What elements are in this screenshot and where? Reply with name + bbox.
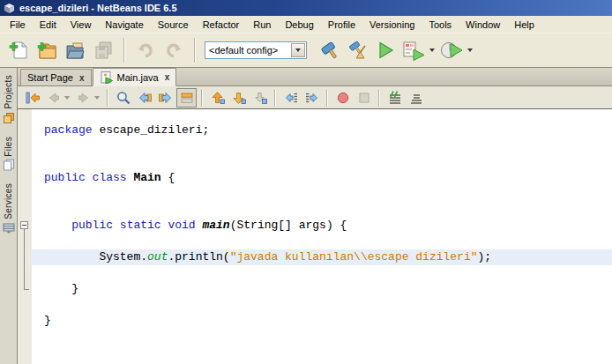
chevron-down-icon [467,48,473,52]
menu-file[interactable]: File [3,17,33,33]
menu-debug[interactable]: Debug [278,17,320,33]
tab-label: Main.java [117,72,159,83]
redo-button[interactable] [160,37,187,63]
forward-button[interactable] [73,88,93,108]
profile-project-dropdown-button[interactable] [466,48,474,52]
record-icon [335,90,351,106]
sidebar-tab-projects[interactable]: Projects [3,75,15,124]
left-panel-tab-strip: ProjectsFilesServices [0,68,18,364]
tab-label: Start Page [27,72,73,83]
undo-button[interactable] [132,37,159,63]
start-macro-recording-button[interactable] [332,88,353,108]
undo-icon [135,40,156,61]
menu-window[interactable]: Window [459,17,507,33]
code-line-9[interactable]: System.out.println("javada kullanılan\\e… [32,249,612,265]
projects-icon [3,112,15,124]
new-project-button[interactable] [34,37,60,63]
find-next-occurrence-button[interactable] [155,88,175,108]
main-area: ProjectsFilesServices Start PagexMain.ja… [0,68,612,364]
fold-gutter[interactable] [18,109,32,364]
nav-forward-icon [76,90,92,106]
menu-refactor[interactable]: Refactor [196,17,247,33]
code-token: public static void [71,219,195,232]
main-toolbar: <default config> [0,33,612,68]
run-project-button[interactable] [372,37,399,63]
build-project-button[interactable] [316,37,342,63]
comment-button[interactable] [384,88,405,108]
code-token: public class [44,171,127,184]
code-line-10[interactable] [32,265,612,281]
title-bar: escape_dizileri - NetBeans IDE 6.5 [0,0,612,16]
shift-left-icon [283,90,299,106]
new-file-icon [8,40,29,61]
fold-guide-line [24,229,25,289]
code-line-1[interactable]: package escape_dizileri; [32,123,612,138]
forward-dropdown-button[interactable] [94,96,102,100]
chevron-down-icon [429,48,435,52]
code-token: escape_dizileri; [93,123,210,137]
code-line-7[interactable]: public static void main(String[] args) { [32,218,612,234]
menu-navigate[interactable]: Navigate [98,17,150,33]
back-button[interactable] [43,88,63,108]
toggle-bookmark-button[interactable] [250,88,270,108]
tab-close-button[interactable]: x [78,73,85,83]
new-file-button[interactable] [5,37,32,63]
code-line-11[interactable]: } [32,281,612,297]
menu-edit[interactable]: Edit [33,17,63,33]
debug-project-dropdown-button[interactable] [429,48,437,52]
code-line-2[interactable] [32,138,612,154]
debug-project-button[interactable] [400,37,427,63]
code-token: { [161,171,175,184]
chevron-down-icon [295,48,301,52]
last-edit-icon [25,90,41,106]
shift-right-icon [304,90,320,106]
code-line-4[interactable]: public class Main { [32,170,612,186]
tab-main-java[interactable]: Main.javax [93,68,177,86]
code-line-12[interactable] [32,297,612,313]
code-line-5[interactable] [32,186,612,202]
save-all-button[interactable] [90,37,116,63]
menu-source[interactable]: Source [151,17,196,33]
menu-help[interactable]: Help [507,17,541,33]
previous-bookmark-button[interactable] [207,88,228,108]
editor-toolbar [18,86,612,109]
profile-project-button[interactable] [438,37,465,63]
services-icon [3,222,15,234]
shift-line-right-button[interactable] [302,88,322,108]
back-dropdown-button[interactable] [64,96,72,100]
code-line-13[interactable]: } [32,313,612,329]
sidebar-tab-files[interactable]: Files [3,137,15,172]
code-line-8[interactable] [32,234,612,249]
chevron-down-icon [64,96,70,100]
clean-build-project-button[interactable] [344,37,370,63]
stop-macro-recording-button[interactable] [354,88,374,108]
editor[interactable]: package escape_dizileri;public class Mai… [18,109,612,364]
code-line-6[interactable] [32,202,612,218]
menu-profile[interactable]: Profile [321,17,362,33]
find-prev-icon [137,90,153,106]
menu-view[interactable]: View [63,17,99,33]
config-combobox[interactable]: <default config> [205,41,307,59]
fold-collapse-icon[interactable] [20,221,28,229]
last-edit-position-button[interactable] [22,88,42,108]
menu-run[interactable]: Run [246,17,278,33]
uncomment-button[interactable] [406,88,426,108]
menu-tools[interactable]: Tools [422,17,459,33]
code-token: out [147,250,168,264]
code-line-3[interactable] [32,154,612,170]
code-area[interactable]: package escape_dizileri;public class Mai… [32,109,612,364]
tab-close-button[interactable]: x [163,72,170,82]
debug-icon [402,40,425,61]
menu-versioning[interactable]: Versioning [362,17,422,33]
find-selection-button[interactable] [113,88,133,108]
sidebar-tab-services[interactable]: Services [3,183,15,234]
tab-start-page[interactable]: Start Pagex [20,69,92,85]
find-previous-occurrence-button[interactable] [134,88,154,108]
open-project-button[interactable] [62,37,88,63]
document-tab-bar: Start PagexMain.javax [18,68,612,86]
config-combobox-dropdown-button[interactable] [291,43,305,57]
shift-line-left-button[interactable] [280,88,301,108]
next-bookmark-button[interactable] [228,88,249,108]
toggle-highlight-search-button[interactable] [176,88,197,108]
files-icon [3,159,15,171]
